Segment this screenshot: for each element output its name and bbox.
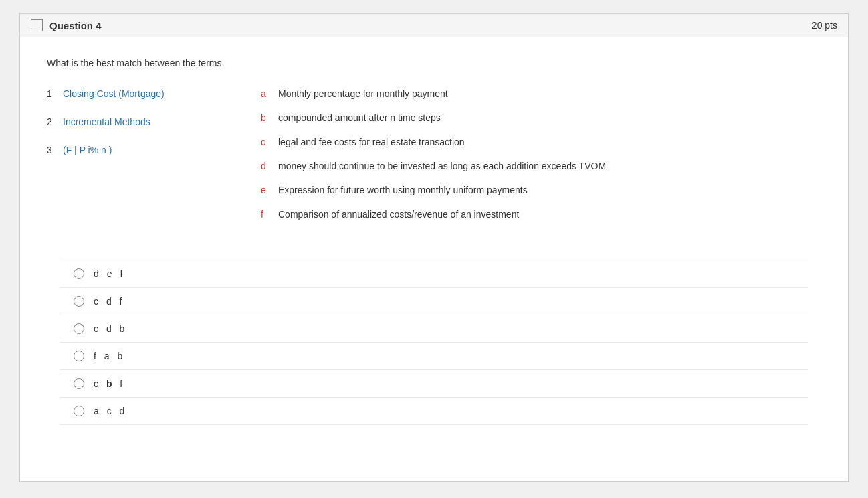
question-container: Question 4 20 pts What is the best match… — [19, 13, 849, 482]
term-number-2: 2 — [47, 116, 58, 127]
term-item-1: 1 Closing Cost (Mortgage) — [47, 88, 234, 99]
radio-option-2[interactable] — [74, 296, 84, 307]
def-text-e: Expression for future worth using monthl… — [278, 185, 528, 195]
radio-option-5[interactable] — [74, 378, 84, 389]
answer-options: d e f c d f c d b f a b — [47, 260, 821, 425]
term-item-3: 3 (F | P i% n ) — [47, 145, 234, 155]
def-text-b: compounded amount after n time steps — [278, 112, 441, 123]
matching-section: 1 Closing Cost (Mortgage) 2 Incremental … — [47, 88, 821, 233]
option-label-6: a c d — [92, 406, 127, 416]
question-body: What is the best match between the terms… — [20, 37, 848, 438]
def-text-d: money should continue to be invested as … — [278, 161, 606, 171]
option-label-4: f a b — [92, 351, 125, 361]
option-label-3: c d b — [92, 323, 127, 334]
def-item-d: d money should continue to be invested a… — [261, 161, 821, 171]
header-left: Question 4 — [31, 19, 102, 31]
def-item-e: e Expression for future worth using mont… — [261, 185, 821, 195]
def-item-a: a Monthly percentage for monthly payment — [261, 88, 821, 99]
def-letter-e: e — [261, 185, 270, 195]
option-row-3[interactable]: c d b — [60, 315, 808, 343]
definitions-column: a Monthly percentage for monthly payment… — [261, 88, 821, 233]
term-text-2: Incremental Methods — [63, 116, 150, 127]
terms-column: 1 Closing Cost (Mortgage) 2 Incremental … — [47, 88, 234, 233]
radio-option-4[interactable] — [74, 351, 84, 361]
option-label-5: c b f — [92, 378, 125, 389]
def-text-a: Monthly percentage for monthly payment — [278, 88, 448, 99]
question-points: 20 pts — [812, 20, 837, 31]
option-label-2: c d f — [92, 296, 124, 307]
option-row-6[interactable]: a c d — [60, 398, 808, 425]
def-letter-f: f — [261, 209, 270, 220]
question-title: Question 4 — [49, 20, 102, 31]
question-text: What is the best match between the terms — [47, 58, 821, 68]
term-text-1: Closing Cost (Mortgage) — [63, 88, 165, 99]
def-letter-a: a — [261, 88, 270, 99]
term-number-3: 3 — [47, 145, 58, 155]
option-label-1: d e f — [92, 268, 125, 279]
term-item-2: 2 Incremental Methods — [47, 116, 234, 127]
def-item-c: c legal and fee costs for real estate tr… — [261, 137, 821, 147]
def-letter-d: d — [261, 161, 270, 171]
option-row-1[interactable]: d e f — [60, 260, 808, 288]
radio-option-3[interactable] — [74, 323, 84, 334]
bookmark-icon[interactable] — [31, 19, 43, 31]
option-row-5[interactable]: c b f — [60, 370, 808, 398]
def-item-f: f Comparison of annualized costs/revenue… — [261, 209, 821, 220]
def-text-c: legal and fee costs for real estate tran… — [278, 137, 465, 147]
def-text-f: Comparison of annualized costs/revenue o… — [278, 209, 519, 220]
radio-option-1[interactable] — [74, 268, 84, 279]
def-letter-c: c — [261, 137, 270, 147]
option-row-4[interactable]: f a b — [60, 343, 808, 370]
term-number-1: 1 — [47, 88, 58, 99]
def-letter-b: b — [261, 112, 270, 123]
def-item-b: b compounded amount after n time steps — [261, 112, 821, 123]
question-header: Question 4 20 pts — [20, 14, 848, 37]
option-row-2[interactable]: c d f — [60, 288, 808, 315]
term-text-3: (F | P i% n ) — [63, 145, 112, 155]
radio-option-6[interactable] — [74, 406, 84, 416]
